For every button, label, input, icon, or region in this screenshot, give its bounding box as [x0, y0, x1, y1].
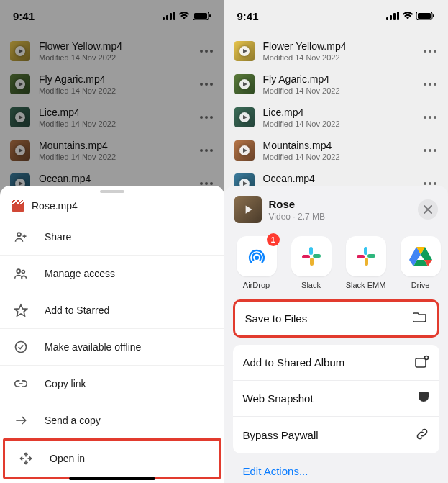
svg-rect-77: [313, 254, 321, 258]
more-icon[interactable]: [198, 50, 214, 53]
svg-point-66: [434, 149, 436, 152]
wifi-icon: [402, 12, 413, 20]
video-thumb: [10, 41, 30, 61]
action-label: Open in: [50, 453, 85, 464]
file-row[interactable]: Mountains.mp4 Modified 14 Nov 2022: [0, 134, 224, 167]
close-button[interactable]: [418, 199, 438, 220]
right-screenshot: 9:41 Flower Yellow.mp4Modified 14 Nov 20…: [224, 0, 449, 483]
edit-actions-link[interactable]: Edit Actions...: [233, 461, 440, 479]
folder-icon: [413, 312, 427, 325]
status-bar: 9:41: [224, 0, 449, 32]
chain-icon: [415, 427, 429, 443]
action-label: Manage access: [45, 268, 115, 279]
file-name: Ocean.mp4: [263, 173, 414, 184]
file-meta: Modified 14 Nov 2022: [263, 119, 414, 128]
action-bypass-paywall[interactable]: Bypass Paywall: [233, 416, 440, 453]
svg-point-71: [434, 182, 436, 185]
action-offline[interactable]: Make available offline: [0, 328, 224, 365]
more-icon[interactable]: [422, 83, 438, 86]
file-info: Lice.mp4 Modified 14 Nov 2022: [39, 107, 190, 128]
star-icon: [13, 302, 29, 318]
svg-point-61: [434, 116, 436, 119]
action-list: Share Manage access Add to Starred Make …: [0, 219, 224, 479]
drive-action-sheet: Rose.mp4 Share Manage access Add to Star…: [0, 186, 224, 483]
status-time: 9:41: [237, 10, 259, 22]
svg-rect-43: [397, 12, 399, 20]
target-label: Slack EMM: [346, 281, 386, 289]
slack-emm-icon: [346, 236, 386, 276]
svg-point-35: [17, 269, 20, 273]
target-airdrop[interactable]: 1 AirDrop: [234, 236, 279, 289]
slack-icon: [291, 236, 332, 276]
file-info: Fly Agaric.mp4 Modified 14 Nov 2022: [39, 73, 190, 95]
target-slack[interactable]: Slack: [289, 236, 334, 289]
svg-marker-72: [245, 205, 252, 213]
ios-share-sheet: Rose Video · 2.7 MB 1 AirDrop Slack: [224, 186, 449, 483]
action-save-to-files[interactable]: Save to Files: [235, 302, 438, 335]
action-web-snapshot[interactable]: Web Snapshot: [233, 380, 440, 416]
more-icon[interactable]: [198, 83, 214, 86]
action-label: Web Snapshot: [243, 392, 314, 405]
svg-rect-91: [416, 358, 426, 367]
share-targets[interactable]: 1 AirDrop Slack Slack EMM Driv: [224, 230, 449, 299]
action-open-in[interactable]: Open in: [3, 438, 221, 479]
wifi-icon: [178, 12, 190, 20]
svg-point-29: [200, 182, 203, 185]
svg-marker-37: [15, 305, 27, 316]
file-name: Mountains.mp4: [263, 140, 414, 151]
action-copy-link[interactable]: Copy link: [0, 365, 224, 402]
file-meta: Modified 14 Nov 2022: [39, 53, 190, 62]
more-icon[interactable]: [198, 116, 214, 119]
file-row[interactable]: Flower Yellow.mp4 Modified 14 Nov 2022: [0, 35, 224, 68]
svg-point-15: [205, 83, 208, 86]
action-manage-access[interactable]: Manage access: [0, 255, 224, 292]
link-icon: [13, 376, 29, 392]
svg-point-26: [210, 149, 213, 152]
action-shared-album[interactable]: Add to Shared Album: [233, 345, 440, 380]
battery-icon: [193, 12, 211, 20]
sheet-grabber[interactable]: [100, 190, 124, 193]
more-icon[interactable]: [422, 149, 438, 152]
file-row[interactable]: Lice.mp4 Modified 14 Nov 2022: [0, 101, 224, 134]
file-meta: Modified 14 Nov 2022: [263, 86, 414, 95]
file-meta: Modified 14 Nov 2022: [263, 53, 414, 62]
target-slack-emm[interactable]: Slack EMM: [344, 236, 388, 289]
target-label: Drive: [411, 281, 430, 289]
svg-rect-81: [367, 254, 375, 258]
file-list: Flower Yellow.mp4Modified 14 Nov 2022 Fl…: [224, 32, 449, 203]
close-icon: [424, 205, 432, 214]
svg-point-51: [434, 50, 436, 53]
more-icon[interactable]: [422, 116, 438, 119]
svg-point-54: [424, 83, 426, 86]
svg-point-25: [205, 149, 208, 152]
action-label: Send a copy: [45, 415, 101, 426]
action-share[interactable]: Share: [0, 219, 224, 255]
more-icon[interactable]: [198, 182, 214, 185]
svg-rect-6: [209, 14, 211, 17]
more-icon[interactable]: [422, 182, 438, 185]
svg-point-59: [424, 116, 426, 119]
action-add-starred[interactable]: Add to Starred: [0, 292, 224, 328]
share-header: Rose Video · 2.7 MB: [224, 186, 449, 230]
more-icon[interactable]: [198, 149, 214, 152]
signal-icon: [386, 12, 399, 20]
file-name: Lice.mp4: [39, 107, 190, 118]
video-thumb: [10, 140, 30, 161]
more-icon[interactable]: [422, 50, 438, 53]
svg-point-55: [429, 83, 431, 86]
svg-point-9: [200, 50, 203, 53]
action-send-copy[interactable]: Send a copy: [0, 402, 224, 438]
svg-rect-5: [194, 13, 207, 19]
svg-point-36: [22, 271, 24, 274]
file-row[interactable]: Flower Yellow.mp4Modified 14 Nov 2022: [224, 35, 449, 68]
file-row[interactable]: Mountains.mp4Modified 14 Nov 2022: [224, 134, 449, 167]
pocket-icon: [418, 391, 429, 406]
file-row[interactable]: Fly Agaric.mp4Modified 14 Nov 2022: [224, 68, 449, 101]
file-name: Flower Yellow.mp4: [263, 40, 414, 52]
file-row[interactable]: Lice.mp4Modified 14 Nov 2022: [224, 101, 449, 134]
svg-rect-0: [163, 17, 165, 20]
target-drive[interactable]: Drive: [398, 236, 443, 289]
home-indicator[interactable]: [69, 477, 155, 480]
file-row[interactable]: Fly Agaric.mp4 Modified 14 Nov 2022: [0, 68, 224, 101]
svg-point-49: [424, 50, 426, 53]
